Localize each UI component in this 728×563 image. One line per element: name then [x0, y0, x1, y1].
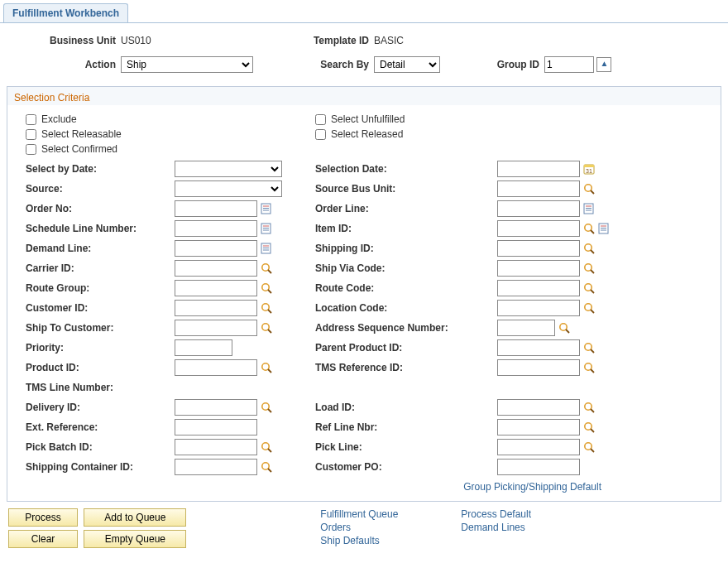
shipping-id-input[interactable] — [497, 240, 580, 257]
route-code-input[interactable] — [497, 280, 580, 296]
lookup-icon[interactable] — [261, 322, 272, 334]
fulfillment-queue-link[interactable]: Fulfillment Queue — [320, 508, 461, 520]
order-no-input[interactable] — [175, 200, 257, 217]
shipping-container-id-input[interactable] — [175, 459, 257, 475]
select-released-checkbox[interactable] — [315, 129, 326, 140]
ship-to-customer-label: Ship To Customer: — [26, 322, 175, 334]
exclude-label: Exclude — [41, 113, 77, 125]
related-actions-icon[interactable] — [598, 223, 610, 234]
select-confirmed-label: Select Confirmed — [41, 143, 117, 155]
select-releasable-label: Select Releasable — [41, 128, 122, 140]
related-actions-icon[interactable] — [261, 203, 272, 214]
item-id-label: Item ID: — [315, 223, 497, 234]
lookup-icon[interactable] — [261, 441, 272, 453]
source-select[interactable] — [175, 180, 282, 197]
product-id-input[interactable] — [175, 359, 257, 376]
select-released-label: Select Released — [331, 128, 403, 140]
selection-date-label: Selection Date: — [315, 163, 497, 175]
order-line-input[interactable] — [497, 200, 580, 217]
parent-product-id-input[interactable] — [497, 339, 580, 356]
lookup-icon[interactable] — [583, 282, 595, 294]
lookup-icon[interactable] — [583, 183, 595, 195]
related-actions-icon[interactable] — [261, 223, 272, 234]
action-label: Action — [0, 59, 121, 70]
process-button[interactable]: Process — [8, 508, 78, 527]
pick-line-label: Pick Line: — [315, 441, 497, 453]
search-by-select[interactable]: Detail — [374, 56, 440, 73]
selection-date-input[interactable] — [497, 161, 580, 177]
group-picking-link[interactable]: Group Picking/Shipping Default — [463, 481, 601, 493]
pick-batch-id-input[interactable] — [175, 439, 257, 455]
customer-id-input[interactable] — [175, 300, 257, 316]
lookup-icon[interactable] — [261, 302, 272, 314]
delivery-id-input[interactable] — [175, 399, 257, 416]
pick-batch-id-label: Pick Batch ID: — [26, 441, 175, 453]
exclude-checkbox[interactable] — [26, 114, 36, 125]
ship-via-code-input[interactable] — [497, 260, 580, 277]
pick-line-input[interactable] — [497, 439, 580, 455]
schedule-line-number-label: Schedule Line Number: — [26, 223, 175, 234]
tms-line-number-label: TMS Line Number: — [26, 382, 175, 393]
action-select[interactable]: Ship — [121, 56, 253, 73]
schedule-line-number-input[interactable] — [175, 220, 257, 237]
lookup-icon[interactable] — [583, 441, 595, 453]
select-by-date-select[interactable] — [175, 161, 282, 177]
item-id-input[interactable] — [497, 220, 580, 237]
route-code-label: Route Code: — [315, 282, 497, 294]
lookup-icon[interactable] — [261, 402, 272, 413]
group-id-input[interactable] — [544, 56, 594, 73]
lookup-icon[interactable] — [583, 223, 595, 234]
route-group-input[interactable] — [175, 280, 257, 296]
lookup-icon[interactable] — [583, 342, 595, 354]
lookup-icon[interactable] — [261, 461, 272, 473]
select-confirmed-checkbox[interactable] — [26, 144, 36, 155]
priority-input[interactable] — [175, 339, 232, 356]
lookup-icon[interactable] — [261, 262, 272, 274]
customer-po-input[interactable] — [497, 459, 580, 475]
tab-fulfillment-workbench[interactable]: Fulfillment Workbench — [3, 3, 128, 22]
lookup-icon[interactable] — [583, 362, 595, 373]
clear-button[interactable]: Clear — [8, 530, 78, 548]
template-id-label: Template ID — [270, 35, 374, 46]
source-bus-unit-input[interactable] — [497, 180, 580, 197]
tms-reference-id-input[interactable] — [497, 359, 580, 376]
empty-queue-button[interactable]: Empty Queue — [84, 530, 186, 548]
load-id-input[interactable] — [497, 399, 580, 416]
shipping-container-id-label: Shipping Container ID: — [26, 461, 175, 473]
lookup-icon[interactable] — [583, 421, 595, 433]
related-actions-icon[interactable] — [261, 243, 272, 254]
process-default-link[interactable]: Process Default — [461, 508, 531, 520]
location-code-input[interactable] — [497, 300, 580, 316]
address-sequence-number-label: Address Sequence Number: — [315, 322, 497, 334]
orders-link[interactable]: Orders — [320, 522, 461, 533]
lookup-icon[interactable] — [583, 262, 595, 274]
ext-reference-input[interactable] — [175, 419, 257, 435]
related-actions-icon[interactable] — [583, 203, 595, 214]
lookup-icon[interactable] — [583, 302, 595, 314]
demand-lines-link[interactable]: Demand Lines — [461, 522, 531, 533]
source-label: Source: — [26, 183, 175, 195]
lookup-icon[interactable] — [261, 362, 272, 373]
source-bus-unit-label: Source Bus Unit: — [315, 183, 497, 195]
group-id-spinner-icon[interactable]: ▲ — [596, 57, 611, 72]
lookup-icon[interactable] — [583, 402, 595, 413]
business-unit-value: US010 — [121, 35, 270, 46]
address-sequence-number-input[interactable] — [497, 320, 555, 336]
carrier-id-input[interactable] — [175, 260, 257, 277]
calendar-icon[interactable] — [583, 163, 595, 175]
ship-to-customer-input[interactable] — [175, 320, 257, 336]
ref-line-nbr-input[interactable] — [497, 419, 580, 435]
lookup-icon[interactable] — [558, 322, 570, 334]
add-to-queue-button[interactable]: Add to Queue — [84, 508, 186, 527]
demand-line-input[interactable] — [175, 240, 257, 257]
ship-defaults-link[interactable]: Ship Defaults — [320, 535, 461, 546]
lookup-icon[interactable] — [583, 243, 595, 254]
shipping-id-label: Shipping ID: — [315, 243, 497, 254]
lookup-icon[interactable] — [261, 282, 272, 294]
group-id-label: Group ID — [481, 59, 544, 70]
template-id-value: BASIC — [374, 35, 481, 46]
order-no-label: Order No: — [26, 203, 175, 214]
ship-via-code-label: Ship Via Code: — [315, 262, 497, 274]
select-unfulfilled-checkbox[interactable] — [315, 114, 326, 125]
select-releasable-checkbox[interactable] — [26, 129, 36, 140]
